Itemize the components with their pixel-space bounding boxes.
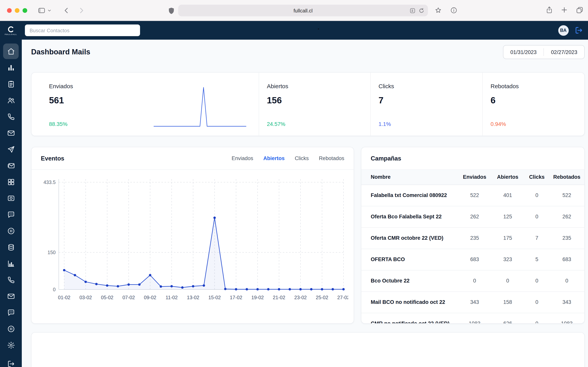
stat-rebotados: Rebotados60.94% xyxy=(483,73,584,136)
search-input[interactable] xyxy=(25,25,140,36)
table-row[interactable]: Falabella txt Comercial 0809225224010522 xyxy=(361,184,584,206)
table-row[interactable]: Oferta Bco Falabella Sept 222621250262 xyxy=(361,206,584,227)
cell-value: 125 xyxy=(491,206,524,227)
sidebar-item-clipboard-icon[interactable] xyxy=(3,76,19,92)
sidebar-toggle-icon[interactable] xyxy=(38,7,45,14)
sidebar-item-phone-icon[interactable] xyxy=(3,109,19,124)
table-row[interactable]: Mail BCO no notificado oct 223431580343 xyxy=(361,292,584,313)
stat-value: 156 xyxy=(267,95,370,106)
page-title: Dashboard Mails xyxy=(31,48,90,56)
avatar[interactable]: BA xyxy=(558,25,569,35)
stat-percent: 24.57% xyxy=(267,121,285,127)
date-range-picker[interactable]: 01/31/2023 02/27/2023 xyxy=(503,45,585,59)
cell-value: 683 xyxy=(458,249,491,270)
sidebar-item-gear-icon[interactable] xyxy=(3,337,19,353)
cell-value: 683 xyxy=(549,249,584,270)
favorite-star-icon[interactable] xyxy=(434,7,442,14)
cell-value: 0 xyxy=(524,313,549,324)
column-header-rebotados[interactable]: Rebotados xyxy=(549,170,584,184)
date-to-field[interactable]: 02/27/2023 xyxy=(544,49,584,55)
table-row[interactable]: Bco Octubre 220000 xyxy=(361,270,584,292)
sidebar-item-bar-chart-icon[interactable] xyxy=(3,60,19,75)
translate-icon[interactable] xyxy=(410,8,415,13)
cell-value: 0 xyxy=(524,270,549,292)
events-chart: 0150433.501-0203-0205-0207-0209-0211-021… xyxy=(32,170,354,307)
window-controls xyxy=(7,8,27,13)
logo-text: FULLCALL xyxy=(5,33,17,35)
cell-value: 262 xyxy=(549,206,584,227)
sidebar-item-mail-lines-icon[interactable] xyxy=(3,158,19,173)
back-button[interactable] xyxy=(63,7,70,14)
sidebar-item-send-icon[interactable] xyxy=(3,142,19,157)
tab-overview-icon[interactable] xyxy=(576,6,583,14)
sidebar-item-database-icon[interactable] xyxy=(3,239,19,255)
table-row[interactable]: OFERTA BCO6833235683 xyxy=(361,249,584,270)
column-header-clicks[interactable]: Clicks xyxy=(524,170,549,184)
stat-abiertos: Abiertos15624.57% xyxy=(259,73,371,136)
cell-value: 0 xyxy=(491,270,524,292)
cell-campaign-name: Mail BCO no notificado oct 22 xyxy=(361,292,458,313)
browser-chrome: fullcall.cl xyxy=(0,0,588,21)
events-panel-header: Eventos EnviadosAbiertosClicksRebotados xyxy=(32,147,354,170)
logout-icon[interactable] xyxy=(574,26,583,34)
stat-label: Rebotados xyxy=(491,83,584,89)
close-window-button[interactable] xyxy=(7,8,12,13)
campaigns-panel: Campañas NombreEnviadosAbiertosClicksReb… xyxy=(361,147,585,324)
tab-enviados[interactable]: Enviados xyxy=(232,155,253,161)
sidebar-item-grid-icon[interactable] xyxy=(3,174,19,190)
screen: fullcall.cl xyxy=(0,0,588,367)
sidebar-item-camera-icon[interactable] xyxy=(3,190,19,206)
tab-rebotados[interactable]: Rebotados xyxy=(319,155,344,161)
sidebar-item-chat-icon[interactable] xyxy=(3,207,19,222)
stat-percent: 1.1% xyxy=(379,121,391,127)
panels-row: Eventos EnviadosAbiertosClicksRebotados … xyxy=(31,147,585,324)
tab-clicks[interactable]: Clicks xyxy=(295,155,309,161)
table-row[interactable]: Oferta CMR octobre 22 (VED)2351757235 xyxy=(361,227,584,249)
share-icon[interactable] xyxy=(545,6,553,14)
table-header-row: NombreEnviadosAbiertosClicksRebotados xyxy=(361,170,584,184)
logo-c-icon xyxy=(7,25,15,33)
table-row[interactable]: CMR no notificado oct 22 (VED)1083626010… xyxy=(361,313,584,324)
address-bar[interactable]: fullcall.cl xyxy=(178,5,428,16)
svg-text:433.5: 433.5 xyxy=(43,180,56,185)
reload-icon[interactable] xyxy=(419,8,424,13)
svg-text:27-02: 27-02 xyxy=(337,295,348,300)
sidebar-logout-icon[interactable] xyxy=(3,356,19,367)
sidebar-item-phone-icon[interactable] xyxy=(3,272,19,288)
minimize-window-button[interactable] xyxy=(15,8,19,13)
column-header-nombre[interactable]: Nombre xyxy=(361,170,458,184)
cell-value: 235 xyxy=(549,227,584,249)
app-logo[interactable]: FULLCALL xyxy=(0,25,22,35)
cell-value: 7 xyxy=(524,227,549,249)
sidebar-item-home-icon[interactable] xyxy=(3,43,19,59)
sidebar-item-pause-circle-icon[interactable] xyxy=(3,321,19,336)
tab-abiertos[interactable]: Abiertos xyxy=(263,155,285,161)
campaigns-table: NombreEnviadosAbiertosClicksRebotadosFal… xyxy=(361,170,584,324)
stat-enviados: Enviados56188.35% xyxy=(32,73,259,136)
cell-value: 0 xyxy=(458,270,491,292)
column-header-abiertos[interactable]: Abiertos xyxy=(491,170,524,184)
date-from-field[interactable]: 01/31/2023 xyxy=(503,49,544,55)
forward-button[interactable] xyxy=(78,7,85,14)
page-header: Dashboard Mails 01/31/2023 02/27/2023 xyxy=(31,40,585,65)
svg-text:03-02: 03-02 xyxy=(79,295,92,300)
column-header-enviados[interactable]: Enviados xyxy=(458,170,491,184)
new-tab-plus-icon[interactable] xyxy=(560,6,568,14)
stat-value: 7 xyxy=(379,95,482,106)
sidebar-chevron-down-icon[interactable] xyxy=(47,8,51,12)
sidebar-item-column-chart-icon[interactable] xyxy=(3,256,19,271)
sidebar-item-chat-icon[interactable] xyxy=(3,305,19,320)
sidebar-item-mail-icon[interactable] xyxy=(3,125,19,141)
zoom-window-button[interactable] xyxy=(23,8,27,13)
cell-value: 522 xyxy=(549,184,584,206)
privacy-shield-icon[interactable] xyxy=(168,7,175,14)
sidebar-item-users-icon[interactable] xyxy=(3,92,19,108)
bottom-card xyxy=(31,332,585,367)
sidebar-item-mail-icon[interactable] xyxy=(3,288,19,304)
svg-text:15-02: 15-02 xyxy=(208,295,221,300)
info-icon[interactable] xyxy=(450,7,458,14)
svg-text:09-02: 09-02 xyxy=(144,295,156,300)
cell-campaign-name: Falabella txt Comercial 080922 xyxy=(361,184,458,206)
events-panel: Eventos EnviadosAbiertosClicksRebotados … xyxy=(31,147,354,324)
sidebar-item-pause-circle-icon[interactable] xyxy=(3,223,19,239)
